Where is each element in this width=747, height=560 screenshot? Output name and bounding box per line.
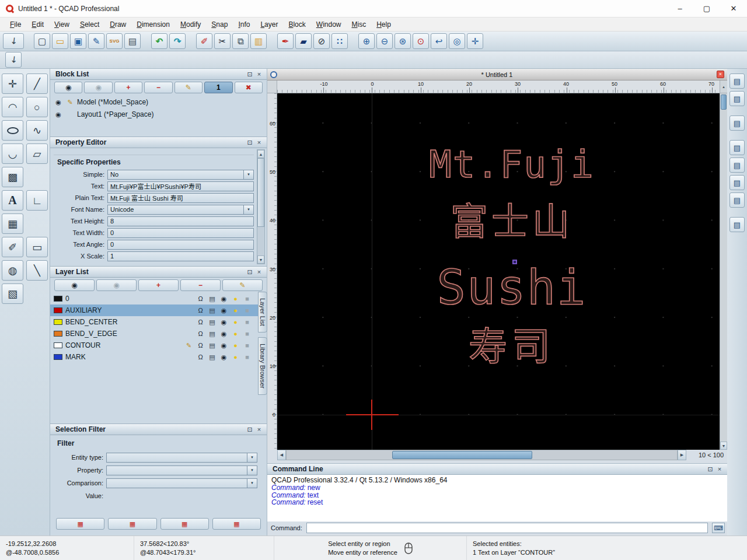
- text-field[interactable]: Mt.Fuji¥P富士山¥PSushi¥P寿司: [107, 181, 254, 191]
- pencil-icon[interactable]: ✎: [184, 342, 193, 349]
- menu-help[interactable]: Help: [371, 19, 396, 30]
- library-browser-toggle-button[interactable]: ▤: [729, 140, 745, 155]
- lock-icon[interactable]: ■: [243, 354, 252, 360]
- point-tool-button[interactable]: ✛: [2, 74, 23, 94]
- cad-text-mtfuji[interactable]: Mt.Fuji: [429, 146, 595, 183]
- block-row-model[interactable]: ◉ ✎ Model (*Model_Space): [54, 96, 263, 108]
- zoom-selection-button[interactable]: ⊙: [413, 33, 429, 49]
- hide-all-layers-button[interactable]: ◉: [96, 279, 137, 291]
- command-history[interactable]: QCAD Professional 3.32.4 / Qt 5.13.2 / W…: [267, 475, 727, 522]
- eye-icon[interactable]: ◉: [219, 296, 228, 302]
- scroll-down-icon[interactable]: ▼: [257, 256, 264, 264]
- deselect-matching-button[interactable]: ▦: [212, 518, 261, 530]
- close-document-icon[interactable]: ×: [717, 71, 724, 78]
- circle-tool-button[interactable]: ○: [26, 97, 48, 117]
- menu-draw[interactable]: Draw: [104, 19, 131, 30]
- text-width-field[interactable]: 0: [107, 228, 254, 238]
- printer-icon[interactable]: ▤: [208, 354, 217, 360]
- grid-toggle-button[interactable]: ∷: [331, 33, 348, 49]
- bell-icon[interactable]: Ω: [196, 307, 205, 314]
- text-angle-field[interactable]: 0: [107, 240, 254, 250]
- open-file-button[interactable]: ▭: [52, 33, 68, 49]
- scroll-thumb[interactable]: [257, 158, 264, 227]
- lock-icon[interactable]: ■: [243, 307, 252, 314]
- lock-icon[interactable]: ■: [243, 319, 252, 326]
- text-height-field[interactable]: 8: [107, 216, 254, 226]
- entity-type-select[interactable]: ▼: [106, 453, 257, 463]
- zoom-out-button[interactable]: ⊖: [376, 33, 393, 49]
- command-line-toggle-button[interactable]: ▤: [729, 175, 745, 190]
- remove-from-selection-button[interactable]: ▦: [160, 518, 209, 530]
- menu-select[interactable]: Select: [75, 19, 104, 30]
- sun-icon[interactable]: ●: [231, 319, 240, 326]
- scroll-up-icon[interactable]: ▲: [257, 150, 264, 158]
- print-button[interactable]: ▤: [124, 33, 141, 49]
- close-panel-icon[interactable]: ×: [254, 138, 264, 147]
- eye-icon[interactable]: ◉: [219, 354, 228, 360]
- layer-row-contour[interactable]: CONTOUR ✎ Ω ▤ ◉ ● ■: [50, 340, 267, 351]
- add-block-button[interactable]: +: [114, 82, 142, 93]
- show-all-layers-button[interactable]: ◉: [54, 279, 95, 291]
- measure-tool-button[interactable]: ✐: [2, 237, 23, 257]
- drawing-canvas[interactable]: Mt.Fuji 富士山 Sushi 寿司: [277, 93, 720, 450]
- selection-tool-button[interactable]: ↖: [3, 33, 24, 49]
- polyline-tool-button[interactable]: ◡: [2, 144, 23, 164]
- new-file-button[interactable]: ▢: [34, 33, 50, 49]
- text-tool-button[interactable]: A: [2, 190, 23, 211]
- reference-points-toggle-button[interactable]: ▤: [729, 192, 745, 208]
- remove-layer-button[interactable]: −: [180, 279, 221, 291]
- arc-tool-button[interactable]: ◠: [2, 97, 23, 117]
- layer-row-mark[interactable]: MARK Ω ▤ ◉ ● ■: [50, 351, 267, 363]
- property-select[interactable]: ▼: [106, 466, 257, 475]
- chevron-down-icon[interactable]: ▼: [247, 466, 257, 475]
- sun-icon[interactable]: ●: [231, 342, 240, 349]
- previous-view-button[interactable]: ↩: [431, 33, 447, 49]
- auto-zoom-button[interactable]: ⊛: [395, 33, 411, 49]
- scroll-thumb[interactable]: [392, 451, 533, 459]
- property-editor-scrollbar[interactable]: ▲ ▼: [257, 149, 265, 264]
- sun-icon[interactable]: ●: [231, 296, 240, 302]
- sun-icon[interactable]: ●: [231, 354, 240, 360]
- polyline-button[interactable]: ▰: [295, 33, 312, 49]
- purge-block-button[interactable]: ✖: [235, 82, 263, 93]
- spline-tool-button[interactable]: ∿: [26, 120, 48, 141]
- lock-icon[interactable]: ■: [243, 342, 252, 349]
- tab-library-browser[interactable]: Library Browser: [258, 337, 267, 395]
- scroll-right-icon[interactable]: ▶: [678, 450, 686, 460]
- image-tool-button[interactable]: ▦: [2, 214, 23, 234]
- pro-tools-toggle-button[interactable]: ▤: [729, 217, 745, 232]
- bell-icon[interactable]: Ω: [196, 331, 205, 337]
- close-panel-icon[interactable]: ×: [254, 70, 264, 79]
- circle2-tool-button[interactable]: ◍: [2, 260, 23, 281]
- box-tool-button[interactable]: ▧: [2, 284, 23, 304]
- printer-icon[interactable]: ▤: [208, 331, 217, 337]
- eye-icon[interactable]: ◉: [219, 331, 228, 337]
- chevron-down-icon[interactable]: ▼: [247, 479, 257, 488]
- line-tool-button[interactable]: ╱: [26, 74, 48, 94]
- bell-icon[interactable]: Ω: [196, 354, 205, 360]
- layer-row-auxiliary[interactable]: AUXILIARY Ω ▤ ◉ ● ■: [50, 304, 267, 316]
- layer-list-toggle-button[interactable]: ▤: [729, 116, 745, 131]
- chevron-down-icon[interactable]: ▼: [243, 205, 253, 214]
- edit-block-button[interactable]: 1: [204, 82, 232, 93]
- ruler-tool-button[interactable]: ▭: [26, 237, 48, 257]
- maximize-button[interactable]: ▢: [693, 0, 720, 17]
- menu-layer[interactable]: Layer: [255, 19, 283, 30]
- menu-edit[interactable]: Edit: [26, 19, 49, 30]
- bell-icon[interactable]: Ω: [196, 319, 205, 326]
- select-matching-button[interactable]: ▦: [56, 518, 104, 530]
- rename-block-button[interactable]: ✎: [174, 82, 203, 93]
- simple-select[interactable]: No ▼: [107, 170, 254, 180]
- undo-button[interactable]: ↶: [151, 33, 167, 49]
- printer-icon[interactable]: ▤: [208, 296, 217, 302]
- chevron-down-icon[interactable]: ▼: [243, 170, 253, 179]
- save-button[interactable]: ▣: [70, 33, 86, 49]
- menu-snap[interactable]: Snap: [206, 19, 233, 30]
- close-panel-icon[interactable]: ×: [715, 465, 724, 474]
- menu-info[interactable]: Info: [233, 19, 255, 30]
- save-as-button[interactable]: ✎: [88, 33, 104, 49]
- shape-tool-button[interactable]: ▱: [26, 144, 48, 164]
- lock-icon[interactable]: ■: [243, 296, 252, 302]
- eye-icon[interactable]: ◉: [219, 342, 228, 349]
- redo-button[interactable]: ↷: [169, 33, 186, 49]
